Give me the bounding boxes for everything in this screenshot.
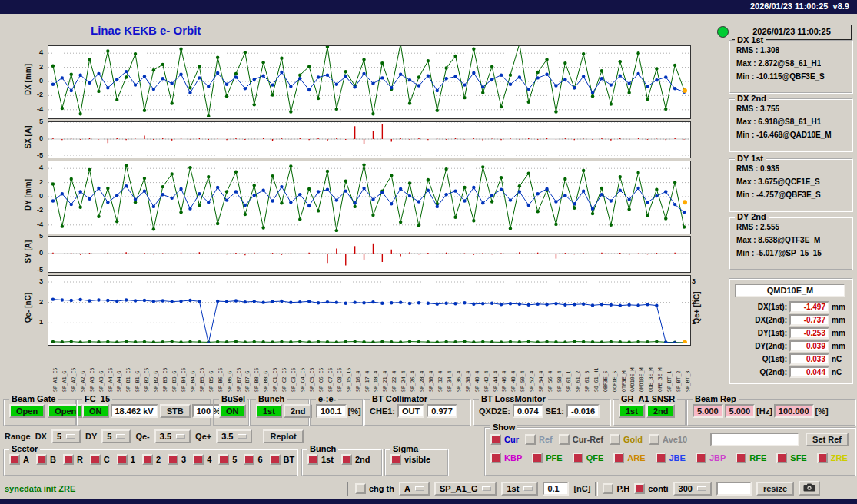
stats-title: DX 1st — [735, 35, 766, 45]
sector-select-dropdown[interactable]: A — [399, 482, 430, 496]
checkbox[interactable] — [656, 453, 666, 463]
show-overlay-toggle-are[interactable]: ARE — [613, 453, 645, 463]
monitor-title: QMD10E_M — [735, 284, 845, 297]
sector-toggle-a[interactable]: A — [9, 454, 29, 465]
show-toggle-cur-ref[interactable]: Cur-Ref — [559, 434, 603, 445]
bunch-2nd-button[interactable]: 2nd — [284, 404, 313, 418]
sector-toggle-bt[interactable]: BT — [270, 454, 295, 465]
range-qep-dropdown[interactable]: 3.5 — [216, 429, 252, 443]
checkbox[interactable] — [817, 453, 828, 463]
show-toggle-cur[interactable]: Cur — [490, 434, 519, 445]
che1-value-field[interactable]: 0.977 — [427, 404, 457, 418]
snsr-2nd-button[interactable]: 2nd — [646, 404, 676, 418]
beam-rep-field-3[interactable]: 100.000 — [774, 404, 814, 418]
snapshot-button[interactable] — [799, 481, 820, 496]
x-axis-label: SP_B3_C5 — [162, 368, 168, 392]
ph-toggle[interactable]: P.H — [603, 483, 629, 494]
threshold-input[interactable] — [543, 482, 569, 496]
checkbox[interactable] — [142, 454, 153, 465]
sector-toggle-6[interactable]: 6 — [244, 454, 262, 465]
show-overlay-toggle-jbe[interactable]: JBE — [656, 453, 686, 463]
checkbox[interactable] — [490, 453, 501, 463]
sector-toggle-5[interactable]: 5 — [218, 454, 237, 465]
checkbox[interactable] — [355, 483, 366, 494]
bunch-select-dropdown[interactable]: 1st — [501, 482, 538, 496]
show-toggle-ref[interactable]: Ref — [525, 434, 553, 445]
checkbox[interactable] — [634, 483, 645, 494]
show-overlay-toggle-jbp[interactable]: JBP — [696, 453, 726, 463]
checkbox[interactable] — [776, 453, 787, 463]
checkbox[interactable] — [9, 454, 20, 465]
range-qem-dropdown[interactable]: 3.5 — [154, 429, 191, 443]
checkbox[interactable] — [168, 454, 178, 465]
busel-on-button[interactable]: ON — [219, 404, 246, 418]
checkbox[interactable] — [573, 453, 583, 463]
show-overlay-toggle-zre[interactable]: ZRE — [817, 453, 848, 463]
checkbox[interactable] — [696, 453, 706, 463]
checkbox[interactable] — [244, 454, 254, 465]
checkbox[interactable] — [603, 483, 613, 494]
show-overlay-toggle-sfe[interactable]: SFE — [776, 453, 806, 463]
bunch-1st-button[interactable]: 1st — [256, 404, 282, 418]
show-toggle-gold[interactable]: Gold — [610, 434, 643, 445]
replot-button[interactable]: Replot — [263, 429, 303, 443]
checkbox[interactable] — [490, 434, 501, 445]
checkbox[interactable] — [270, 454, 281, 465]
checkbox[interactable] — [90, 454, 101, 465]
count-dropdown[interactable]: 300 — [673, 482, 712, 496]
sector-toggle-1[interactable]: 1 — [117, 454, 135, 465]
checkbox[interactable] — [63, 454, 74, 465]
checkbox[interactable] — [613, 453, 624, 463]
checkbox[interactable] — [390, 454, 401, 465]
show-overlay-toggle-rfe[interactable]: RFE — [736, 453, 766, 463]
snsr-1st-button[interactable]: 1st — [619, 404, 645, 418]
resize-button[interactable]: resize — [756, 482, 794, 496]
checkbox[interactable] — [341, 454, 352, 465]
bpm-select-dropdown[interactable]: SP_A1_G — [434, 482, 497, 496]
set-ref-button[interactable]: Set Ref — [806, 433, 849, 446]
bunch-toggle-2nd[interactable]: 2nd — [341, 454, 370, 465]
show-overlay-toggle-kbp[interactable]: KBP — [490, 453, 522, 463]
se1-field[interactable]: -0.016 — [566, 404, 600, 418]
fc15-kv-field[interactable]: 18.462 kV — [111, 404, 158, 418]
beam-gate-open-1-button[interactable]: Open — [9, 404, 45, 418]
ref-file-input[interactable] — [710, 433, 799, 446]
checkbox[interactable] — [736, 453, 746, 463]
sigma-toggle-visible[interactable]: visible — [390, 454, 430, 465]
checkbox[interactable] — [525, 434, 536, 445]
show-toggle-label: Ave10 — [663, 435, 687, 444]
bunch-toggle-1st[interactable]: 1st — [307, 454, 334, 465]
checkbox[interactable] — [559, 434, 570, 445]
conti-toggle[interactable]: conti — [634, 483, 668, 494]
sector-toggle-2[interactable]: 2 — [142, 454, 161, 465]
x-axis-label: SP_46_4 — [501, 371, 507, 392]
fc15-on-button[interactable]: ON — [82, 404, 109, 418]
show-overlay-toggle-pfe[interactable]: PFE — [532, 453, 562, 463]
sector-toggle-c[interactable]: C — [90, 454, 110, 465]
range-dy-dropdown[interactable]: 5 — [101, 429, 131, 443]
checkbox[interactable] — [36, 454, 47, 465]
show-overlay-toggle-qfe[interactable]: QFE — [573, 453, 604, 463]
qxd2e-field[interactable]: 0.074 — [513, 404, 543, 418]
se1-label: SE1: — [546, 406, 564, 416]
checkbox[interactable] — [649, 434, 659, 445]
fc15-stb-button[interactable]: STB — [160, 404, 191, 418]
checkbox[interactable] — [307, 454, 318, 465]
beam-rep-field-1[interactable]: 5.000 — [693, 404, 723, 418]
ee-ratio-field[interactable]: 100.1 — [316, 404, 347, 418]
show-toggle-ave10[interactable]: Ave10 — [649, 434, 687, 445]
checkbox[interactable] — [218, 454, 229, 465]
sector-toggle-3[interactable]: 3 — [168, 454, 186, 465]
che1-state-field[interactable]: OUT — [397, 404, 424, 418]
sector-toggle-r[interactable]: R — [63, 454, 83, 465]
spare-input[interactable] — [716, 482, 752, 496]
range-dx-dropdown[interactable]: 5 — [51, 429, 81, 443]
checkbox[interactable] — [193, 454, 204, 465]
chg-th-toggle[interactable]: chg th — [355, 483, 394, 494]
sector-toggle-b[interactable]: B — [36, 454, 56, 465]
checkbox[interactable] — [117, 454, 128, 465]
beam-rep-field-2[interactable]: 5.000 — [725, 404, 756, 418]
sector-toggle-4[interactable]: 4 — [193, 454, 211, 465]
checkbox[interactable] — [610, 434, 620, 445]
checkbox[interactable] — [532, 453, 543, 463]
